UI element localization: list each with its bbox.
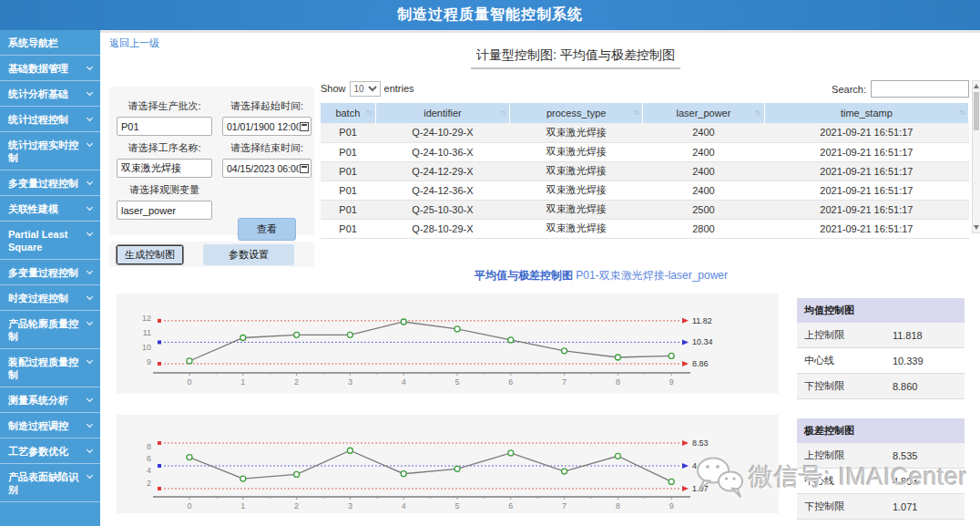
sidebar-item-label: 关联性建模 (8, 202, 58, 215)
scroll-up-icon[interactable] (974, 84, 979, 88)
sidebar-item-3[interactable]: 统计过程控制 (0, 107, 100, 132)
table-row[interactable]: P01Q-24-10-29-X双束激光焊接24002021-09-21 16:5… (321, 123, 969, 142)
actions-panel: 生成控制图 参数设置 (109, 242, 314, 267)
sidebar-item-5[interactable]: 多变量过程控制 (0, 170, 100, 196)
sidebar-item-label: 制造过程调控 (8, 419, 68, 432)
sidebar-item-label: 产品轮廓质量控制 (8, 317, 87, 343)
svg-text:0: 0 (187, 377, 191, 387)
parameter-settings-button[interactable]: 参数设置 (203, 244, 294, 265)
sort-icon[interactable]: ↑↓ (500, 108, 505, 117)
column-header-time_stamp[interactable]: time_stamp↑↓ (764, 103, 968, 123)
calendar-icon[interactable] (300, 122, 309, 131)
column-header-batch[interactable]: batch↑↓ (321, 103, 375, 123)
svg-text:2: 2 (147, 479, 151, 488)
svg-text:9: 9 (669, 377, 674, 387)
back-link[interactable]: 返回上一级 (109, 36, 159, 50)
table-cell: 2500 (643, 200, 765, 219)
sidebar-item-7[interactable]: Partial Least Square (0, 222, 100, 260)
svg-text:6: 6 (508, 501, 513, 511)
table-scrollbar[interactable] (972, 80, 980, 233)
table-cell: 2021-09-21 16:51:17 (764, 123, 968, 142)
table-row[interactable]: P01Q-28-10-29-X双束激光焊接28002021-09-21 16:5… (321, 219, 969, 238)
table-row[interactable]: P01Q-24-10-36-X双束激光焊接24002021-09-21 16:5… (321, 142, 969, 161)
start-time-input[interactable]: 01/01/1900 12:00 AM (222, 117, 311, 136)
sidebar-item-14[interactable]: 工艺参数优化 (0, 438, 100, 464)
sort-icon[interactable]: ↑↓ (633, 108, 638, 117)
generate-chart-button[interactable]: 生成控制图 (117, 245, 183, 264)
svg-text:9: 9 (669, 501, 674, 511)
summary-row-value: 10.339 (893, 356, 924, 366)
sidebar-item-12[interactable]: 测量系统分析 (0, 387, 100, 413)
sidebar-item-10[interactable]: 产品轮廓质量控制 (0, 311, 100, 349)
xbar-chart-svg: 11.8210.348.8691011120123456789 (117, 294, 779, 394)
search-control: Search: (832, 80, 969, 98)
variable-input[interactable] (117, 201, 212, 220)
table-cell: P01 (321, 123, 375, 142)
table-cell: 2400 (643, 123, 765, 142)
sidebar-item-label: 统计过程实时控制 (8, 139, 87, 164)
table-cell: Q-24-10-29-X (375, 123, 510, 142)
table-cell: 2400 (643, 161, 765, 180)
view-button[interactable]: 查看 (238, 218, 296, 241)
chevron-down-icon (87, 64, 93, 70)
sidebar-item-9[interactable]: 时变过程控制 (0, 285, 100, 311)
table-cell: 2021-09-21 16:51:17 (764, 161, 968, 180)
svg-text:12: 12 (142, 314, 151, 323)
sidebar-item-15[interactable]: 产品表面缺陷识别 (0, 464, 100, 502)
sidebar-item-0[interactable]: 系统导航栏 (0, 30, 100, 56)
table-cell: P01 (321, 200, 375, 219)
summary-row: 上控制限8.535 (797, 443, 965, 469)
sidebar-item-label: 系统导航栏 (8, 36, 58, 49)
svg-text:8.53: 8.53 (692, 438, 709, 448)
column-header-laser_power[interactable]: laser_power↑↓ (643, 103, 765, 123)
sort-icon[interactable]: ↑↓ (366, 108, 372, 117)
svg-text:8: 8 (616, 501, 620, 511)
app-root: 制造过程质量智能控制系统 系统导航栏基础数据管理统计分析基础统计过程控制统计过程… (0, 0, 980, 526)
page-size-control: Show10entries (321, 81, 414, 97)
table-row[interactable]: P01Q-24-12-29-X双束激光焊接24002021-09-21 16:5… (321, 161, 969, 180)
scroll-down-icon[interactable] (974, 225, 979, 230)
table-cell: 双束激光焊接 (510, 142, 643, 161)
table-cell: 2400 (643, 142, 765, 161)
end-time-input[interactable]: 04/15/2023 06:00 PM (222, 159, 311, 178)
svg-text:3: 3 (348, 501, 352, 511)
svg-text:9: 9 (147, 357, 151, 366)
svg-text:10.34: 10.34 (692, 337, 713, 346)
sidebar-item-label: 时变过程控制 (8, 292, 68, 304)
table-row[interactable]: P01Q-25-10-30-X双束激光焊接25002021-09-21 16:5… (321, 200, 969, 219)
search-input[interactable] (871, 80, 969, 98)
sidebar-item-4[interactable]: 统计过程实时控制 (0, 132, 100, 170)
summary-table-title: 极差控制图 (797, 418, 965, 443)
chevron-down-icon (87, 204, 93, 211)
table-cell: Q-25-10-30-X (375, 200, 510, 219)
calendar-icon[interactable] (300, 164, 309, 173)
svg-text:10: 10 (142, 343, 151, 352)
table-cell: P01 (321, 180, 375, 200)
page-title: 计量型控制图: 平均值与极差控制图 (319, 46, 832, 69)
table-cell: 2021-09-21 16:51:17 (764, 219, 968, 238)
sidebar-item-1[interactable]: 基础数据管理 (0, 56, 100, 81)
process-input[interactable] (117, 159, 212, 178)
page-size-select[interactable]: 10 (350, 81, 381, 97)
sidebar-item-label: 统计过程控制 (8, 113, 68, 126)
range-limits-table: 极差控制图上控制限8.535中心线4.803下控制限1.071 (797, 418, 965, 520)
summary-row-label: 上控制限 (797, 449, 893, 462)
sort-icon[interactable]: ↑↓ (755, 108, 761, 117)
sort-icon[interactable]: ↑↓ (959, 108, 965, 117)
sidebar-item-6[interactable]: 关联性建模 (0, 196, 100, 222)
sidebar-item-8[interactable]: 多变量过程控制 (0, 260, 100, 285)
scrollbar-thumb[interactable] (974, 92, 979, 130)
process-label: 请选择工序名称: (117, 141, 212, 155)
batch-input[interactable] (117, 117, 212, 136)
sidebar-item-13[interactable]: 制造过程调控 (0, 413, 100, 438)
column-header-identifier[interactable]: identifier↑↓ (375, 103, 510, 123)
column-header-process_type[interactable]: process_type↑↓ (510, 103, 643, 123)
sidebar-item-11[interactable]: 装配过程质量控制 (0, 349, 100, 387)
sidebar-item-label: 多变量过程控制 (8, 177, 78, 190)
chevron-down-icon (87, 115, 93, 121)
end-time-label: 请选择结束时间: (222, 141, 311, 155)
sidebar-item-2[interactable]: 统计分析基础 (0, 81, 100, 107)
chevron-down-icon (87, 447, 93, 453)
svg-text:1.07: 1.07 (692, 484, 709, 493)
table-row[interactable]: P01Q-24-12-36-X双束激光焊接24002021-09-21 16:5… (321, 180, 969, 200)
